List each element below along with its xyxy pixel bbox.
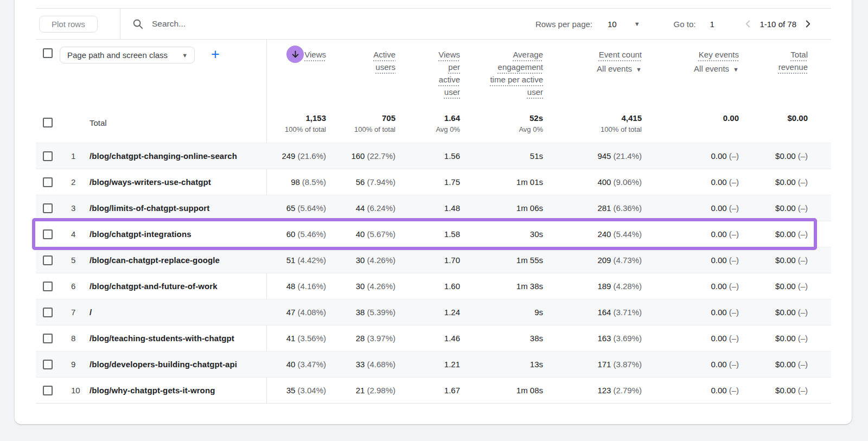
table-row: 4 /blog/chatgpt-integrations 60(5.46%) 4… <box>36 221 831 247</box>
row-index: 9 <box>60 351 90 377</box>
totals-checkbox[interactable] <box>43 118 53 127</box>
cell-event-count: 240(5.44%) <box>543 221 642 247</box>
sort-descending-arrow-icon <box>290 49 301 60</box>
views-header-label[interactable]: Views <box>304 48 326 61</box>
row-index: 5 <box>60 247 90 273</box>
cell-engagement-time: 13s <box>460 351 543 377</box>
previous-page-button[interactable] <box>741 17 755 31</box>
cell-revenue: $0.00(–) <box>739 325 831 351</box>
total-revenue-header-label[interactable]: Total revenue <box>778 50 808 72</box>
views-per-active-user-header-label[interactable]: Views per active user <box>438 50 460 97</box>
cell-key-events: 0.00(–) <box>642 325 739 351</box>
cell-active-users: 33(4.68%) <box>326 351 395 377</box>
cell-revenue: $0.00(–) <box>739 273 831 299</box>
cell-active-users: 160(22.7%) <box>326 143 395 169</box>
cell-event-count: 123(2.79%) <box>543 378 642 403</box>
cell-active-users: 40(5.67%) <box>326 221 395 247</box>
cell-engagement-time: 38s <box>460 325 543 351</box>
cell-revenue: $0.00(–) <box>739 195 831 221</box>
row-index: 10 <box>60 378 90 403</box>
totals-revenue: $0.00 <box>739 106 831 143</box>
row-checkbox[interactable] <box>43 360 53 369</box>
row-checkbox[interactable] <box>43 282 53 291</box>
row-checkbox[interactable] <box>43 334 53 343</box>
dimension-selector-label: Page path and screen class <box>67 50 168 60</box>
dimension-selector[interactable]: Page path and screen class ▼ <box>60 47 195 63</box>
cell-views: 51(4.42%) <box>266 247 326 273</box>
totals-event-count: 4,415100% of total <box>543 106 642 143</box>
cell-key-events: 0.00(–) <box>642 299 739 325</box>
cell-views: 98(8.5%) <box>266 169 326 195</box>
row-checkbox[interactable] <box>43 229 53 239</box>
column-header-active-users: Active users <box>326 40 395 106</box>
sort-highlight-circle[interactable] <box>286 46 304 63</box>
totals-active-users: 705100% of total <box>326 106 395 143</box>
cell-engagement-time: 1m 01s <box>460 169 543 195</box>
cell-views-per-user: 1.60 <box>395 273 460 299</box>
row-checkbox[interactable] <box>43 151 53 161</box>
cell-revenue: $0.00(–) <box>739 143 831 169</box>
row-checkbox-cell <box>36 247 60 273</box>
dimension-region: Page path and screen class ▼ + <box>60 40 266 106</box>
row-checkbox[interactable] <box>43 203 53 213</box>
cell-engagement-time: 30s <box>460 221 543 247</box>
rows-per-page-caret-icon[interactable]: ▼ <box>634 21 640 27</box>
header-checkbox-cell <box>36 40 60 106</box>
row-index: 8 <box>60 325 90 351</box>
plot-rows-button[interactable]: Plot rows <box>39 16 98 33</box>
cell-active-users: 21(2.98%) <box>326 378 395 403</box>
cell-active-users: 38(5.39%) <box>326 299 395 325</box>
key-events-header-label[interactable]: Key events <box>699 50 739 59</box>
row-checkbox[interactable] <box>43 308 53 317</box>
cell-key-events: 0.00(–) <box>642 169 739 195</box>
totals-checkbox-cell <box>36 106 60 143</box>
rows-per-page-value[interactable]: 10 <box>608 20 617 29</box>
row-page-path: /blog/can-chatgpt-replace-google <box>90 247 266 273</box>
select-all-checkbox[interactable] <box>43 48 53 58</box>
totals-engagement-time: 52sAvg 0% <box>460 106 543 143</box>
row-checkbox-cell <box>36 221 60 247</box>
cell-views-per-user: 1.46 <box>395 325 460 351</box>
goto-page-input[interactable] <box>710 20 726 29</box>
row-checkbox-cell <box>36 378 60 403</box>
key-events-filter-dropdown[interactable]: All events▼ <box>642 62 739 76</box>
cell-views: 35(3.04%) <box>266 378 326 403</box>
active-users-header-label[interactable]: Active users <box>373 50 395 72</box>
search-input[interactable] <box>152 19 326 29</box>
row-checkbox-cell <box>36 299 60 325</box>
cell-key-events: 0.00(–) <box>642 247 739 273</box>
row-index: 6 <box>60 273 90 299</box>
cell-event-count: 281(6.36%) <box>543 195 642 221</box>
add-dimension-button[interactable]: + <box>211 46 220 62</box>
cell-views-per-user: 1.24 <box>395 299 460 325</box>
row-checkbox-cell <box>36 143 60 169</box>
cell-event-count: 163(3.69%) <box>543 325 642 351</box>
row-page-path: /blog/teaching-students-with-chatgpt <box>90 325 266 351</box>
event-count-header-label[interactable]: Event count <box>599 50 642 59</box>
row-checkbox[interactable] <box>43 177 53 187</box>
row-checkbox[interactable] <box>43 386 53 395</box>
row-checkbox-cell <box>36 273 60 299</box>
average-engagement-time-header-label[interactable]: Average engagement time per active user <box>490 50 543 97</box>
chevron-down-icon: ▼ <box>636 66 642 73</box>
row-page-path: /blog/developers-building-chatgpt-api <box>90 351 266 377</box>
cell-views: 41(3.56%) <box>266 325 326 351</box>
table-body: 1 /blog/chatgpt-changing-online-search 2… <box>36 143 831 403</box>
cell-revenue: $0.00(–) <box>739 221 831 247</box>
row-page-path: /blog/chatgpt-integrations <box>90 221 266 247</box>
cell-views-per-user: 1.58 <box>395 221 460 247</box>
cell-engagement-time: 51s <box>460 143 543 169</box>
cell-key-events: 0.00(–) <box>642 221 739 247</box>
row-checkbox-cell <box>36 351 60 377</box>
row-page-path: /blog/limits-of-chatgpt-support <box>90 195 266 221</box>
report-table-card: Plot rows Rows per page: 10 ▼ Go to: 1-1… <box>15 0 852 424</box>
next-page-button[interactable] <box>801 17 815 31</box>
cell-key-events: 0.00(–) <box>642 351 739 377</box>
cell-revenue: $0.00(–) <box>739 378 831 403</box>
event-count-filter-dropdown[interactable]: All events▼ <box>543 62 642 76</box>
search-zone <box>120 9 326 39</box>
row-checkbox[interactable] <box>43 255 53 265</box>
cell-views: 249(21.6%) <box>266 143 326 169</box>
cell-views: 65(5.64%) <box>266 195 326 221</box>
row-page-path: /blog/chatgpt-changing-online-search <box>90 143 266 169</box>
